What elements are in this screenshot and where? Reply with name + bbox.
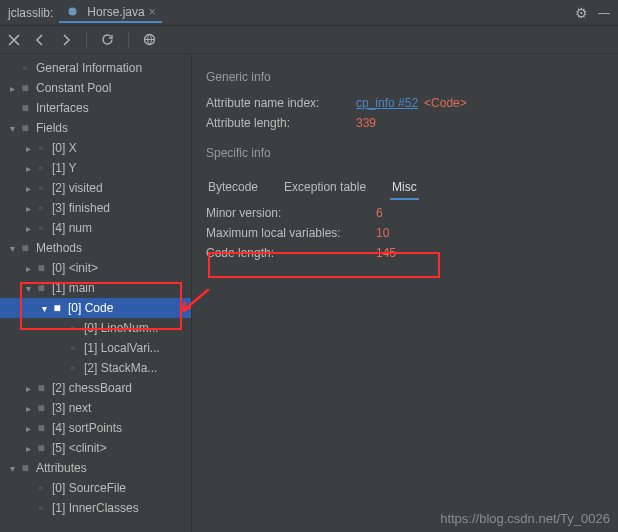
close-tab-icon[interactable]: × [149, 5, 156, 19]
tree-method-sort[interactable]: ▸■[4] sortPoints [0, 418, 191, 438]
minor-version-label: Minor version: [206, 206, 376, 220]
tree-constant-pool[interactable]: ▸■Constant Pool [0, 78, 191, 98]
minor-version-row: Minor version: 6 [206, 206, 604, 220]
tree-general-info[interactable]: ▸▫General Information [0, 58, 191, 78]
folder-icon: ■ [18, 461, 32, 475]
globe-icon[interactable] [143, 33, 156, 46]
cpinfo-link[interactable]: cp_info #52 [356, 96, 418, 110]
folder-icon: ■ [34, 441, 48, 455]
file-icon: ▫ [66, 321, 80, 335]
library-label: jclasslib: [8, 6, 53, 20]
tree-methods[interactable]: ▾■Methods [0, 238, 191, 258]
refresh-icon[interactable] [101, 33, 114, 46]
tree-method-chess[interactable]: ▸■[2] chessBoard [0, 378, 191, 398]
tab-misc[interactable]: Misc [390, 176, 419, 200]
tab-bytecode[interactable]: Bytecode [206, 176, 260, 200]
folder-icon: ■ [18, 81, 32, 95]
file-icon: ▫ [34, 221, 48, 235]
tree-method-clinit[interactable]: ▸■[5] <clinit> [0, 438, 191, 458]
folder-icon: ■ [34, 381, 48, 395]
code-length-label: Code length: [206, 246, 376, 260]
tree-attr-item[interactable]: ▸▫[0] SourceFile [0, 478, 191, 498]
tabs-row: Bytecode Exception table Misc [206, 176, 604, 200]
folder-icon: ■ [18, 241, 32, 255]
tree-code-child[interactable]: ▸▫[0] LineNum... [0, 318, 191, 338]
tree-attr-item[interactable]: ▸▫[1] InnerClasses [0, 498, 191, 518]
file-icon: ▫ [34, 481, 48, 495]
attr-name-label: Attribute name index: [206, 96, 356, 110]
attr-length-value: 339 [356, 116, 376, 130]
attr-name-type: <Code> [424, 96, 467, 110]
folder-icon: ■ [18, 121, 32, 135]
toolbar [0, 26, 618, 54]
back-icon[interactable] [34, 34, 46, 46]
tab-exception[interactable]: Exception table [282, 176, 368, 200]
toolbar-divider [128, 32, 129, 48]
folder-icon: ■ [18, 101, 32, 115]
code-length-value: 145 [376, 246, 396, 260]
folder-icon: ■ [34, 281, 48, 295]
attr-length-label: Attribute length: [206, 116, 356, 130]
tree-field-item[interactable]: ▸▫[1] Y [0, 158, 191, 178]
watermark: https://blog.csdn.net/Ty_0026 [440, 511, 610, 526]
specific-info-heading: Specific info [206, 146, 604, 160]
file-icon: ▫ [34, 201, 48, 215]
tree-interfaces[interactable]: ▸■Interfaces [0, 98, 191, 118]
file-icon: ▫ [34, 501, 48, 515]
tree-field-item[interactable]: ▸▫[0] X [0, 138, 191, 158]
attr-length-row: Attribute length: 339 [206, 116, 604, 130]
hide-panel-icon[interactable]: — [598, 6, 610, 20]
folder-icon: ■ [34, 421, 48, 435]
folder-icon: ■ [34, 401, 48, 415]
minor-version-value: 6 [376, 206, 383, 220]
attr-name-row: Attribute name index: cp_info #52 <Code> [206, 96, 604, 110]
file-icon: ▫ [34, 161, 48, 175]
detail-panel: Generic info Attribute name index: cp_in… [192, 54, 618, 532]
tree-code-child[interactable]: ▸▫[2] StackMa... [0, 358, 191, 378]
close-icon[interactable] [8, 34, 20, 46]
svg-point-0 [68, 8, 76, 16]
generic-info-heading: Generic info [206, 70, 604, 84]
tree-code[interactable]: ▾■[0] Code [0, 298, 191, 318]
tree-method-init[interactable]: ▸■[0] <init> [0, 258, 191, 278]
java-file-icon [65, 6, 79, 17]
file-icon: ▫ [34, 141, 48, 155]
forward-icon[interactable] [60, 34, 72, 46]
file-icon: ▫ [34, 181, 48, 195]
tree-code-child[interactable]: ▸▫[1] LocalVari... [0, 338, 191, 358]
tree-attributes[interactable]: ▾■Attributes [0, 458, 191, 478]
tree-field-item[interactable]: ▸▫[2] visited [0, 178, 191, 198]
tree-field-item[interactable]: ▸▫[4] num [0, 218, 191, 238]
file-tab[interactable]: Horse.java × [59, 3, 161, 23]
gear-icon[interactable]: ⚙ [575, 5, 588, 21]
tree-method-next[interactable]: ▸■[3] next [0, 398, 191, 418]
folder-icon: ■ [50, 301, 64, 315]
toolbar-divider [86, 32, 87, 48]
tree-panel: ▸▫General Information ▸■Constant Pool ▸■… [0, 54, 192, 532]
file-name: Horse.java [87, 5, 144, 19]
title-bar: jclasslib: Horse.java × ⚙ — [0, 0, 618, 26]
code-length-row: Code length: 145 [206, 246, 604, 260]
max-locals-row: Maximum local variables: 10 [206, 226, 604, 240]
folder-icon: ■ [34, 261, 48, 275]
file-icon: ▫ [18, 61, 32, 75]
file-icon: ▫ [66, 361, 80, 375]
tree-method-main[interactable]: ▾■[1] main [0, 278, 191, 298]
tree-fields[interactable]: ▾■Fields [0, 118, 191, 138]
file-icon: ▫ [66, 341, 80, 355]
max-locals-value: 10 [376, 226, 389, 240]
max-locals-label: Maximum local variables: [206, 226, 376, 240]
tree-field-item[interactable]: ▸▫[3] finished [0, 198, 191, 218]
